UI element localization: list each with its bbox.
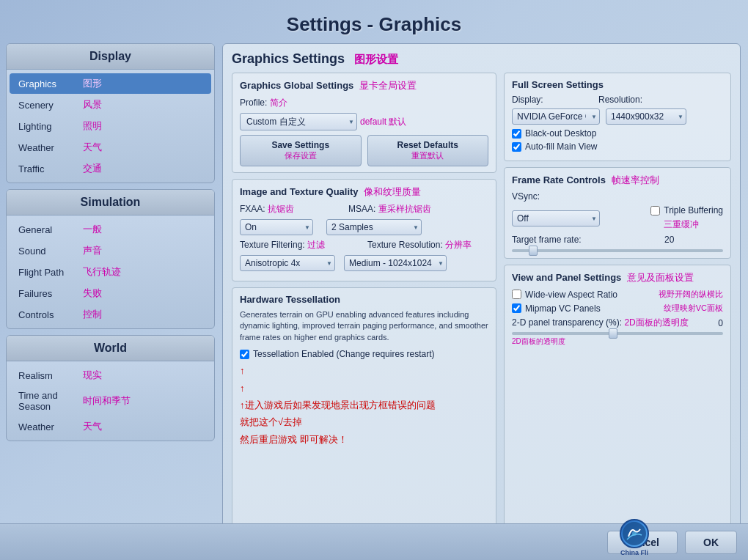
sidebar: Display Graphics 图形 Scenery 风景 Lighting … [6, 43, 215, 559]
sidebar-item-traffic-cn: 交通 [83, 162, 102, 175]
sidebar-item-graphics-label: Graphics [18, 78, 77, 89]
sidebar-item-lighting-label: Lighting [18, 121, 77, 132]
sidebar-item-controls[interactable]: Controls 控制 [10, 304, 211, 325]
sidebar-display-section: Display Graphics 图形 Scenery 风景 Lighting … [6, 43, 215, 183]
fullscreen-section: Full Screen Settings Display: Resolution… [504, 73, 731, 161]
sidebar-item-controls-label: Controls [18, 309, 77, 320]
annotation-arrow1: ↑ [240, 362, 488, 379]
sidebar-item-weather-world-label: Weather [18, 421, 77, 432]
sidebar-item-flight-path-label: Flight Path [18, 267, 77, 278]
sidebar-item-weather-display-label: Weather [18, 142, 77, 153]
blackout-label: Black-out Desktop [525, 128, 596, 139]
triple-buffering-checkbox[interactable] [650, 206, 660, 215]
sidebar-item-weather-world-cn: 天气 [83, 420, 102, 433]
sidebar-item-realism[interactable]: Realism 现实 [10, 365, 211, 386]
mipmap-checkbox-row[interactable]: Mipmap VC Panels 纹理映射VC面板 [512, 303, 723, 314]
wide-view-label: Wide-view Aspect Ratio [525, 290, 617, 300]
sidebar-item-graphics[interactable]: Graphics 图形 [10, 73, 211, 94]
msaa-label: MSAA: 重采样抗锯齿 [348, 203, 431, 215]
resolution-select-wrapper[interactable]: 1440x900x32 [606, 108, 686, 125]
transparency-slider-thumb [609, 328, 617, 339]
profile-default-label: default 默认 [360, 116, 406, 128]
tessellation-checkbox-row[interactable]: Tessellation Enabled (Change requires re… [240, 349, 488, 359]
sidebar-item-flight-path-cn: 飞行轨迹 [83, 265, 121, 279]
mipmap-label: Mipmap VC Panels [525, 303, 601, 314]
autofill-checkbox-row[interactable]: Auto-fill Main View [512, 141, 723, 152]
texture-resolution-wrapper[interactable]: Medium - 1024x1024 [344, 255, 447, 271]
frame-rate-slider-thumb [529, 246, 538, 256]
display-resolution-selects: NVIDIA GeForce G 1440x900x32 [512, 108, 723, 125]
frame-rate-section: Frame Rate Controls 帧速率控制 VSync: Off On [504, 167, 731, 259]
sidebar-item-weather-display[interactable]: Weather 天气 [10, 137, 211, 158]
reset-defaults-button[interactable]: Reset Defaults 重置默认 [367, 135, 489, 166]
sidebar-item-realism-cn: 现实 [83, 369, 102, 382]
hw-tess-description: Generates terrain on GPU enabling advanc… [240, 309, 488, 343]
sidebar-item-failures-label: Failures [18, 288, 77, 299]
wide-view-checkbox[interactable] [512, 290, 521, 299]
global-btn-row: Save Settings 保存设置 Reset Defaults 重置默认 [240, 135, 488, 166]
blackout-checkbox-row[interactable]: Black-out Desktop [512, 128, 723, 139]
annotation-area: ↑ ↑ ↑进入游戏后如果发现地景出现方框错误的问题 就把这个√去掉 然后重启游戏… [240, 362, 488, 448]
content-columns: Graphics Global Settings 显卡全局设置 Profile:… [232, 73, 731, 550]
sidebar-item-scenery-label: Scenery [18, 100, 77, 111]
resolution-select[interactable]: 1440x900x32 [606, 108, 686, 125]
sidebar-item-flight-path[interactable]: Flight Path 飞行轨迹 [10, 262, 211, 282]
sidebar-item-scenery-cn: 风景 [83, 98, 102, 111]
msaa-select[interactable]: 2 Samples 4 Samples Off [326, 219, 422, 235]
profile-row: Profile: 简介 [240, 97, 488, 109]
vsync-select-wrapper[interactable]: Off On [512, 210, 600, 226]
china-fly-logo [620, 519, 649, 548]
target-frame-label: Target frame rate: [512, 235, 582, 245]
sidebar-item-scenery[interactable]: Scenery 风景 [10, 95, 211, 115]
ok-button[interactable]: OK [685, 531, 737, 554]
fxaa-msaa-row: FXAA: 抗锯齿 MSAA: 重采样抗锯齿 [240, 203, 488, 215]
autofill-checkbox[interactable] [512, 142, 521, 152]
sidebar-item-time-season[interactable]: Time and Season 时间和季节 [10, 386, 211, 416]
transparency-slider[interactable] [512, 332, 723, 335]
mipmap-checkbox[interactable] [512, 303, 521, 313]
vsync-select[interactable]: Off On [512, 210, 600, 226]
profile-select-row: Custom 自定义 default 默认 [240, 113, 488, 130]
sidebar-item-general[interactable]: General 一般 [10, 219, 211, 240]
hardware-tessellation-section: Hardware Tessellation Generates terrain … [232, 287, 496, 550]
sidebar-item-sound[interactable]: Sound 声音 [10, 240, 211, 261]
annotation-line5: 然后重启游戏 即可解决！ [240, 431, 488, 448]
frame-rate-slider[interactable] [512, 249, 723, 252]
wide-view-checkbox-row[interactable]: Wide-view Aspect Ratio 视野开阔的纵横比 [512, 289, 723, 300]
profile-select-wrapper[interactable]: Custom 自定义 [240, 113, 357, 130]
texture-filtering-select[interactable]: Anisotropic 4x [240, 255, 335, 271]
fxaa-select-wrapper[interactable]: On Off [240, 219, 313, 235]
texture-selects-row: Anisotropic 4x Medium - 1024x1024 [240, 255, 488, 271]
global-settings-section: Graphics Global Settings 显卡全局设置 Profile:… [232, 73, 496, 173]
profile-select[interactable]: Custom 自定义 [240, 113, 357, 130]
triple-buffering-checkbox-row[interactable]: Triple Buffering [650, 205, 723, 215]
fxaa-msaa-selects: On Off 2 Samples 4 Samples Off [240, 219, 488, 235]
view-panel-section: View and Panel Settings 意见及面板设置 Wide-vie… [504, 265, 731, 550]
view-panel-title: View and Panel Settings 意见及面板设置 [512, 271, 723, 284]
profile-label: Profile: 简介 [240, 97, 298, 109]
display-select[interactable]: NVIDIA GeForce G [512, 108, 600, 125]
triple-buffering-label: Triple Buffering [664, 205, 723, 215]
content-right: Full Screen Settings Display: Resolution… [504, 73, 731, 550]
sidebar-item-traffic[interactable]: Traffic 交通 [10, 158, 211, 179]
texture-filtering-wrapper[interactable]: Anisotropic 4x [240, 255, 335, 271]
texture-resolution-select[interactable]: Medium - 1024x1024 [344, 255, 447, 271]
tessellation-checkbox[interactable] [240, 350, 249, 359]
sidebar-simulation-items: General 一般 Sound 声音 Flight Path 飞行轨迹 Fai… [7, 215, 214, 328]
target-frame-row: Target frame rate: 20 [512, 235, 723, 245]
display-select-wrapper[interactable]: NVIDIA GeForce G [512, 108, 600, 125]
sidebar-item-lighting[interactable]: Lighting 照明 [10, 116, 211, 136]
transparency-value: 0 [718, 318, 723, 328]
texture-filtering-label: Texture Filtering: 过滤 [240, 239, 325, 251]
sidebar-item-failures[interactable]: Failures 失败 [10, 283, 211, 303]
blackout-checkbox[interactable] [512, 129, 521, 139]
sidebar-item-weather-world[interactable]: Weather 天气 [10, 416, 211, 437]
msaa-select-wrapper[interactable]: 2 Samples 4 Samples Off [326, 219, 422, 235]
target-frame-value: 20 [664, 235, 723, 245]
save-settings-button[interactable]: Save Settings 保存设置 [240, 135, 362, 166]
sidebar-item-sound-cn: 声音 [83, 244, 102, 257]
fxaa-select[interactable]: On Off [240, 219, 313, 235]
sidebar-item-traffic-label: Traffic [18, 163, 77, 174]
frame-rate-title: Frame Rate Controls 帧速率控制 [512, 174, 723, 187]
sidebar-item-time-season-cn: 时间和季节 [83, 394, 131, 408]
